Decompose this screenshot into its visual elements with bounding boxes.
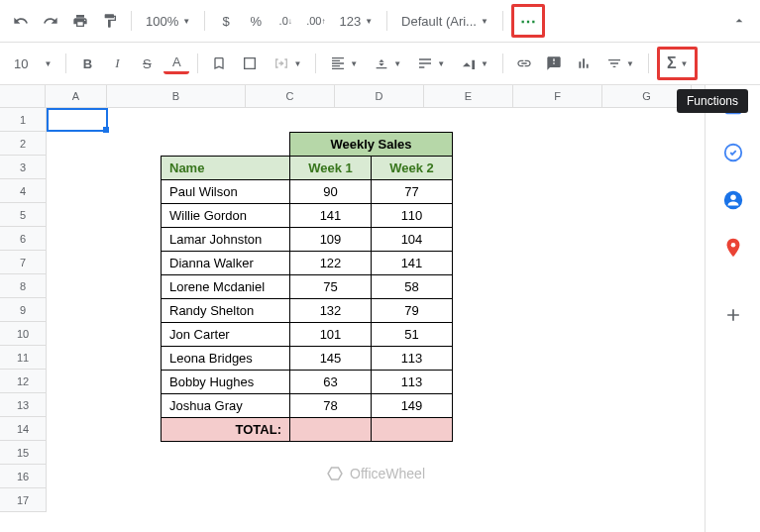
- col-B[interactable]: B: [107, 85, 246, 107]
- add-icon[interactable]: [721, 303, 745, 327]
- select-all-cell[interactable]: [0, 85, 46, 107]
- row-15[interactable]: 15: [0, 441, 46, 465]
- row-4[interactable]: 4: [0, 179, 46, 203]
- italic-button[interactable]: I: [104, 51, 130, 76]
- percent-button[interactable]: %: [243, 8, 269, 34]
- row-17[interactable]: 17: [0, 488, 46, 512]
- link-button[interactable]: [511, 51, 537, 76]
- row-headers: 1 2 3 4 5 6 7 8 9 10 11 12 13 14 15 16 1…: [0, 108, 47, 512]
- decrease-decimal-button[interactable]: .0↓: [272, 8, 298, 34]
- total-row[interactable]: TOTAL:: [162, 418, 453, 442]
- col-C[interactable]: C: [246, 85, 335, 107]
- header-week2[interactable]: Week 2: [372, 157, 453, 180]
- merge-dropdown[interactable]: ▼: [268, 51, 307, 76]
- separator: [502, 53, 503, 73]
- rotate-dropdown[interactable]: ▼: [455, 51, 494, 76]
- main-area: A B C D E F G 1 2 3 4 5 6 7 8 9 10 11 12…: [0, 85, 760, 532]
- row-1[interactable]: 1: [0, 108, 46, 132]
- fontsize-dropdown[interactable]: 10▼: [8, 51, 57, 76]
- spreadsheet[interactable]: A B C D E F G 1 2 3 4 5 6 7 8 9 10 11 12…: [0, 85, 705, 532]
- contacts-icon[interactable]: [721, 188, 745, 212]
- table-row[interactable]: Dianna Walker122141: [162, 252, 453, 275]
- separator: [197, 53, 198, 73]
- table-row[interactable]: Lorene Mcdaniel7558: [162, 275, 453, 299]
- side-panel: 31: [705, 85, 760, 532]
- table-row[interactable]: Bobby Hughes63113: [162, 371, 453, 394]
- separator: [204, 11, 205, 31]
- grid-canvas[interactable]: Weekly Sales NameWeek 1Week 2 Paul Wilso…: [47, 108, 705, 512]
- data-table: Weekly Sales NameWeek 1Week 2 Paul Wilso…: [161, 132, 453, 442]
- row-9[interactable]: 9: [0, 298, 46, 322]
- row-2[interactable]: 2: [0, 132, 46, 156]
- row-11[interactable]: 11: [0, 346, 46, 370]
- currency-button[interactable]: $: [213, 8, 239, 34]
- table-row[interactable]: Willie Gordon141110: [162, 204, 453, 228]
- row-16[interactable]: 16: [0, 465, 46, 488]
- col-F[interactable]: F: [513, 85, 602, 107]
- col-D[interactable]: D: [335, 85, 424, 107]
- column-headers: A B C D E F G: [0, 85, 705, 108]
- separator: [315, 53, 316, 73]
- chart-button[interactable]: [571, 51, 597, 76]
- row-3[interactable]: 3: [0, 156, 46, 179]
- more-button[interactable]: ⋯: [515, 8, 541, 34]
- text-color-button[interactable]: A: [163, 53, 189, 74]
- row-10[interactable]: 10: [0, 322, 46, 346]
- separator: [386, 11, 387, 31]
- col-A[interactable]: A: [46, 85, 107, 107]
- row-13[interactable]: 13: [0, 393, 46, 417]
- table-row[interactable]: Jon Carter10151: [162, 323, 453, 347]
- svg-point-5: [730, 195, 736, 201]
- strikethrough-button[interactable]: S: [134, 51, 160, 76]
- separator: [502, 11, 503, 31]
- watermark: OfficeWheel: [326, 465, 425, 482]
- increase-decimal-button[interactable]: .00↑: [302, 8, 329, 34]
- hexagon-icon: [326, 465, 344, 482]
- collapse-toolbar-button[interactable]: [726, 8, 752, 34]
- functions-dropdown[interactable]: Σ▼: [661, 51, 695, 76]
- halign-dropdown[interactable]: ▼: [324, 51, 364, 76]
- table-row[interactable]: Leona Bridges145113: [162, 347, 453, 371]
- separator: [648, 53, 649, 73]
- highlight-functions: Σ▼: [657, 47, 699, 80]
- paint-format-button[interactable]: [97, 8, 123, 34]
- separator: [131, 11, 132, 31]
- separator: [65, 53, 66, 73]
- col-E[interactable]: E: [424, 85, 513, 107]
- row-12[interactable]: 12: [0, 370, 46, 393]
- table-row[interactable]: Joshua Gray78149: [162, 394, 453, 418]
- redo-button[interactable]: [38, 8, 63, 34]
- format-number-dropdown[interactable]: 123▼: [333, 8, 379, 34]
- cell-selection: [47, 108, 108, 132]
- zoom-dropdown[interactable]: 100%▼: [140, 8, 196, 34]
- borders-dropdown[interactable]: [236, 51, 264, 76]
- row-6[interactable]: 6: [0, 227, 46, 251]
- table-title[interactable]: Weekly Sales: [290, 133, 453, 157]
- bold-button[interactable]: B: [74, 51, 100, 76]
- table-row[interactable]: Lamar Johnston109104: [162, 228, 453, 252]
- header-name[interactable]: Name: [162, 157, 290, 180]
- highlight-more-menu: ⋯: [511, 4, 545, 38]
- svg-point-6: [730, 243, 735, 248]
- valign-dropdown[interactable]: ▼: [368, 51, 407, 76]
- wrap-dropdown[interactable]: ▼: [411, 51, 451, 76]
- header-week1[interactable]: Week 1: [290, 157, 372, 180]
- print-button[interactable]: [67, 8, 93, 34]
- row-14[interactable]: 14: [0, 417, 46, 441]
- undo-button[interactable]: [8, 8, 34, 34]
- keep-icon[interactable]: [721, 141, 745, 164]
- table-row[interactable]: Randy Shelton13279: [162, 299, 453, 323]
- filter-dropdown[interactable]: ▼: [600, 51, 640, 76]
- comment-button[interactable]: [541, 51, 567, 76]
- maps-icon[interactable]: [721, 236, 745, 260]
- toolbar-formatting: 10▼ B I S A ▼ ▼ ▼ ▼ ▼ ▼ Σ▼: [0, 43, 760, 85]
- toolbar-top: 100%▼ $ % .0↓ .00↑ 123▼ Default (Ari...▼…: [0, 0, 760, 43]
- row-7[interactable]: 7: [0, 251, 46, 274]
- font-dropdown[interactable]: Default (Ari...▼: [395, 8, 494, 34]
- fill-color-button[interactable]: [206, 51, 232, 76]
- row-8[interactable]: 8: [0, 274, 46, 298]
- table-row[interactable]: Paul Wilson9077: [162, 180, 453, 204]
- functions-tooltip: Functions: [677, 89, 748, 113]
- row-5[interactable]: 5: [0, 203, 46, 227]
